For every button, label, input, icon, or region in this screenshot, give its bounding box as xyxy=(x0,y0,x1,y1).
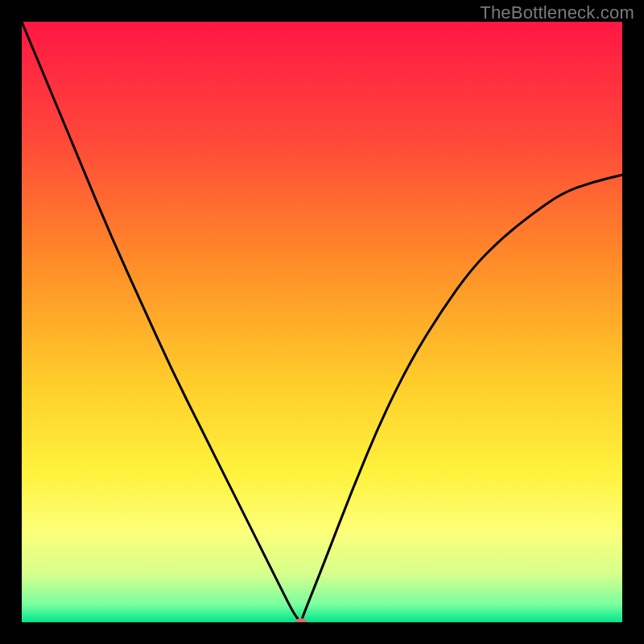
watermark-text: TheBottleneck.com xyxy=(480,2,634,23)
plot-area xyxy=(22,22,622,622)
chart-svg xyxy=(22,22,622,622)
chart-frame: TheBottleneck.com xyxy=(0,0,644,644)
gradient-background xyxy=(22,22,622,622)
